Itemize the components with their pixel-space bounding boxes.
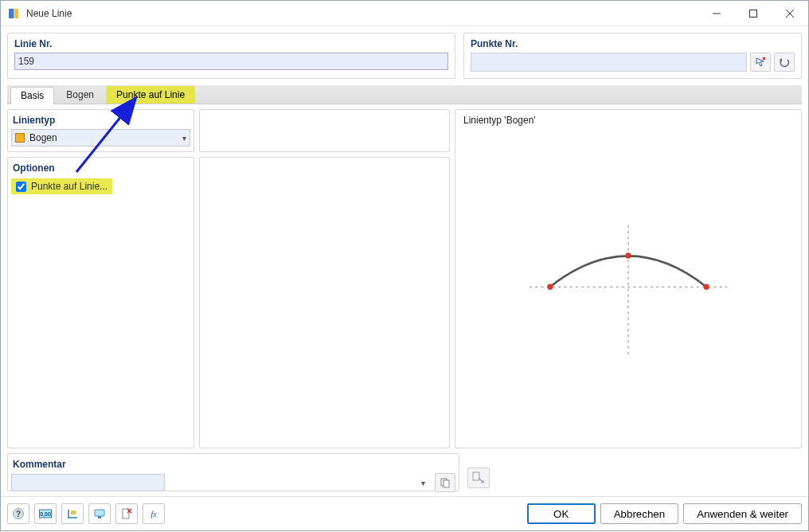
linie-nr-label: Linie Nr. (14, 38, 448, 49)
svg-rect-14 (444, 480, 449, 487)
fx-button[interactable]: fx (143, 503, 165, 524)
tab-punkte-auf-linie[interactable]: Punkte auf Linie (106, 86, 195, 104)
snap-button[interactable] (61, 503, 84, 524)
svg-text:?: ? (16, 510, 21, 518)
optionen-label: Optionen (11, 161, 190, 177)
punkte-nr-input[interactable] (471, 53, 747, 72)
panel-optionen: Optionen Punkte auf Linie... (7, 157, 194, 448)
footer-bar: ? 0,00 fx (1, 496, 808, 530)
cancel-button[interactable]: Abbrechen (600, 503, 678, 524)
svg-rect-1 (14, 9, 18, 18)
window-title: Neue Linie (26, 8, 72, 19)
panel-middle-top (199, 109, 450, 152)
svg-rect-0 (9, 9, 14, 18)
preview-panel: Linientyp 'Bogen' (455, 109, 802, 448)
maximize-button[interactable] (735, 1, 772, 26)
ok-button[interactable]: OK (527, 503, 596, 524)
preview-canvas (455, 110, 801, 456)
kommentar-input[interactable] (11, 474, 165, 491)
svg-point-11 (625, 252, 631, 258)
panel-linientyp: Linientyp Bogen ▾ (7, 109, 194, 152)
svg-text:fx: fx (150, 510, 157, 518)
svg-rect-24 (95, 510, 104, 516)
tab-bogen[interactable]: Bogen (56, 86, 104, 104)
undo-button[interactable] (774, 53, 795, 72)
panel-middle-bottom (199, 157, 450, 448)
svg-point-10 (547, 284, 553, 290)
punkte-nr-group: Punkte Nr. (463, 33, 802, 79)
tab-row: Basis Bogen Punkte auf Linie (7, 85, 802, 104)
option-punkte-auf-linie[interactable]: Punkte auf Linie... (11, 178, 112, 194)
svg-text:0,00: 0,00 (40, 511, 51, 518)
linientyp-select[interactable]: Bogen ▾ (11, 129, 190, 147)
punkte-nr-label: Punkte Nr. (471, 38, 795, 49)
minimize-button[interactable] (698, 1, 735, 26)
svg-rect-3 (750, 10, 757, 17)
app-icon (7, 7, 20, 20)
panel-kommentar: Kommentar ▾ (7, 453, 459, 491)
kommentar-label: Kommentar (11, 457, 455, 473)
kommentar-copy-button[interactable] (435, 473, 455, 492)
option-punkte-checkbox[interactable] (16, 182, 26, 192)
svg-rect-15 (473, 472, 479, 480)
linientyp-value: Bogen (29, 132, 182, 143)
delete-doc-button[interactable] (115, 503, 138, 524)
chevron-down-icon: ▾ (421, 479, 425, 487)
svg-point-12 (704, 284, 709, 290)
tab-basis[interactable]: Basis (10, 87, 54, 104)
view-button[interactable] (88, 503, 111, 524)
close-button[interactable] (772, 1, 808, 26)
help-button[interactable]: ? (7, 503, 29, 524)
apply-selection-button[interactable] (467, 467, 490, 488)
linientyp-label: Linientyp (11, 113, 190, 129)
pick-point-button[interactable] (750, 53, 771, 72)
linie-nr-input[interactable] (14, 53, 448, 70)
titlebar: Neue Linie (1, 1, 808, 26)
units-button[interactable]: 0,00 (34, 503, 57, 524)
chevron-down-icon: ▾ (182, 134, 186, 143)
svg-rect-23 (71, 510, 76, 514)
option-punkte-label: Punkte auf Linie... (31, 181, 107, 192)
svg-rect-25 (98, 516, 101, 518)
linientyp-color-swatch (15, 133, 25, 143)
apply-next-button[interactable]: Anwenden & weiter (683, 503, 802, 524)
linie-nr-group: Linie Nr. (7, 33, 455, 79)
